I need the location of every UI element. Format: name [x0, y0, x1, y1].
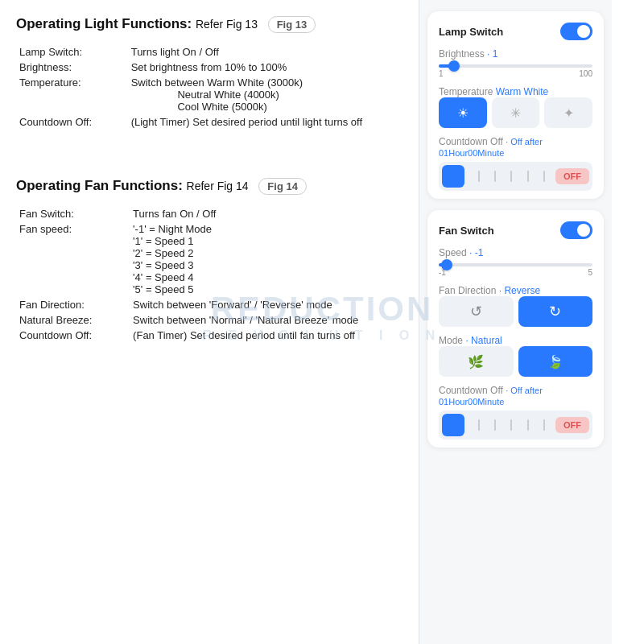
fan-switch-toggle[interactable] [560, 221, 592, 239]
light-title-subtitle: Refer Fig 13 [196, 18, 258, 31]
table-row: Fan speed: '-1' = Night Mode '1' = Speed… [16, 221, 402, 297]
fan-countdown-off-btn[interactable]: OFF [555, 417, 589, 433]
fan-countdown-ticks [471, 411, 552, 440]
fan-row-value-4: (Fan Timer) Set desired period until fan… [130, 328, 402, 343]
light-countdown-thumb[interactable] [442, 165, 464, 188]
light-countdown-off-btn[interactable]: OFF [555, 168, 589, 184]
fan-app-card: Fan Switch Speed · -1 -1 5 [427, 210, 604, 448]
fan-breeze-btn[interactable]: 🍃 [518, 346, 593, 377]
temp-warm-btn[interactable]: ☀ [439, 97, 487, 128]
fan-fig-badge: Fig 14 [258, 178, 307, 195]
fan-direction-value: · Reverse [499, 285, 540, 296]
light-row-value-0: Turns light On / Off [128, 44, 402, 60]
fan-section: Operating Fan Functions: Refer Fig 14 Fi… [16, 178, 402, 343]
fan-row-label-2: Fan Direction: [16, 297, 130, 312]
table-row: Temperature: Switch between Warm White (… [16, 75, 402, 114]
brightness-value: · 1 [487, 48, 497, 60]
fan-countdown-label: Countdown Off [439, 385, 503, 396]
temp-neutral-btn[interactable]: ✳ [492, 97, 540, 128]
speed-row: Speed · -1 [439, 247, 592, 258]
brightness-container: Brightness · 1 1 100 [439, 48, 592, 78]
temperature-value: Warm White [496, 86, 549, 97]
brightness-label: Brightness [439, 48, 485, 60]
speed-container: Speed · -1 -1 5 [439, 247, 592, 277]
fan-row-label-4: Countdown Off: [16, 328, 130, 343]
speed-labels: -1 5 [439, 268, 592, 277]
speed-track[interactable] [439, 263, 592, 266]
brightness-labels: 1 100 [439, 69, 592, 78]
table-row: Countdown Off: (Light Timer) Set desired… [16, 114, 402, 130]
fan-mode-label: Mode [439, 335, 463, 346]
table-row: Lamp Switch: Turns light On / Off [16, 44, 402, 60]
fan-mode-btn-group: 🌿 🍃 [439, 346, 592, 377]
light-row-label-3: Countdown Off: [16, 114, 128, 130]
light-row-label-1: Brightness: [16, 60, 128, 75]
fan-normal-btn[interactable]: 🌿 [439, 346, 514, 377]
temperature-row: Temperature Warm White [439, 86, 592, 97]
light-info-table: Lamp Switch: Turns light On / Off Bright… [16, 44, 402, 130]
brightness-row: Brightness · 1 [439, 48, 592, 60]
light-section: Operating Light Functions: Refer Fig 13 … [16, 16, 402, 130]
fan-row-value-0: Turns fan On / Off [130, 206, 402, 221]
light-section-title: Operating Light Functions: Refer Fig 13 … [16, 16, 402, 33]
fan-direction-row: Fan Direction · Reverse [439, 285, 592, 296]
fan-direction-btn-group: ↺ ↻ [439, 296, 592, 327]
table-row: Fan Direction: Switch between 'Forward' … [16, 297, 402, 312]
fan-countdown-thumb[interactable] [442, 414, 464, 436]
fan-countdown-container: Countdown Off · Off after 01Hour00Minute… [439, 385, 592, 440]
table-row: Natural Breeze: Switch between 'Normal' … [16, 312, 402, 328]
fan-mode-container: Mode · Natural 🌿 🍃 [439, 335, 592, 377]
fan-row-value-1: '-1' = Night Mode '1' = Speed 1 '2' = Sp… [130, 221, 402, 297]
temp-cool-btn[interactable]: ✦ [544, 97, 592, 128]
light-countdown-row: Countdown Off · Off after 01Hour00Minute [439, 136, 592, 159]
light-countdown-label: Countdown Off [439, 136, 503, 147]
brightness-thumb[interactable] [448, 60, 460, 72]
light-row-value-2: Switch between Warm White (3000k) Neutra… [128, 75, 402, 114]
light-row-label-0: Lamp Switch: [16, 44, 128, 60]
speed-value: · -1 [469, 247, 483, 258]
lamp-switch-row: Lamp Switch [439, 23, 592, 40]
light-fig-badge: Fig 13 [268, 16, 316, 33]
fan-row-label-0: Fan Switch: [16, 206, 130, 221]
light-countdown-container: Countdown Off · Off after 01Hour00Minute… [439, 136, 592, 191]
fan-title-bold: Operating Fan Functions: [16, 178, 183, 193]
fan-row-value-2: Switch between 'Forward' / 'Reverse' mod… [130, 297, 402, 312]
temperature-btn-group: ☀ ✳ ✦ [439, 97, 592, 128]
left-content: Operating Light Functions: Refer Fig 13 … [0, 0, 419, 644]
main-container: Operating Light Functions: Refer Fig 13 … [0, 0, 644, 644]
lamp-switch-label: Lamp Switch [439, 26, 503, 38]
light-row-value-3: (Light Timer) Set desired period until l… [128, 114, 402, 130]
light-countdown-track[interactable]: OFF [439, 162, 592, 191]
light-countdown-ticks [471, 162, 552, 191]
fan-switch-label: Fan Switch [439, 225, 494, 237]
light-row-value-1: Set brightness from 10% to 100% [128, 60, 402, 75]
fan-row-label-3: Natural Breeze: [16, 312, 130, 328]
table-row: Brightness: Set brightness from 10% to 1… [16, 60, 402, 75]
fan-countdown-track[interactable]: OFF [439, 411, 592, 440]
fan-direction-container: Fan Direction · Reverse ↺ ↻ [439, 285, 592, 327]
fan-row-label-1: Fan speed: [16, 221, 130, 297]
fan-mode-value: · Natural [465, 335, 502, 346]
fan-forward-btn[interactable]: ↺ [439, 296, 514, 327]
light-app-card: Lamp Switch Brightness · 1 1 100 [427, 11, 604, 199]
speed-max: 5 [588, 268, 592, 277]
fan-reverse-btn[interactable]: ↻ [518, 296, 593, 327]
brightness-min: 1 [439, 69, 444, 78]
speed-thumb[interactable] [441, 259, 452, 270]
light-row-label-2: Temperature: [16, 75, 128, 114]
fan-countdown-row: Countdown Off · Off after 01Hour00Minute [439, 385, 592, 407]
fan-row-value-3: Switch between 'Normal' / 'Natural Breez… [130, 312, 402, 328]
temperature-container: Temperature Warm White ☀ ✳ ✦ [439, 86, 592, 128]
lamp-switch-toggle[interactable] [560, 23, 592, 40]
fan-direction-label: Fan Direction [439, 285, 496, 296]
brightness-max: 100 [579, 69, 592, 78]
fan-switch-row: Fan Switch [439, 221, 592, 239]
brightness-track[interactable] [439, 64, 592, 68]
table-row: Fan Switch: Turns fan On / Off [16, 206, 402, 221]
fan-info-table: Fan Switch: Turns fan On / Off Fan speed… [16, 206, 402, 343]
temperature-label: Temperature [439, 86, 493, 97]
speed-label: Speed [439, 247, 467, 258]
fan-section-title: Operating Fan Functions: Refer Fig 14 Fi… [16, 178, 402, 195]
light-title-bold: Operating Light Functions: [16, 16, 192, 31]
right-panel: Lamp Switch Brightness · 1 1 100 [419, 0, 612, 644]
